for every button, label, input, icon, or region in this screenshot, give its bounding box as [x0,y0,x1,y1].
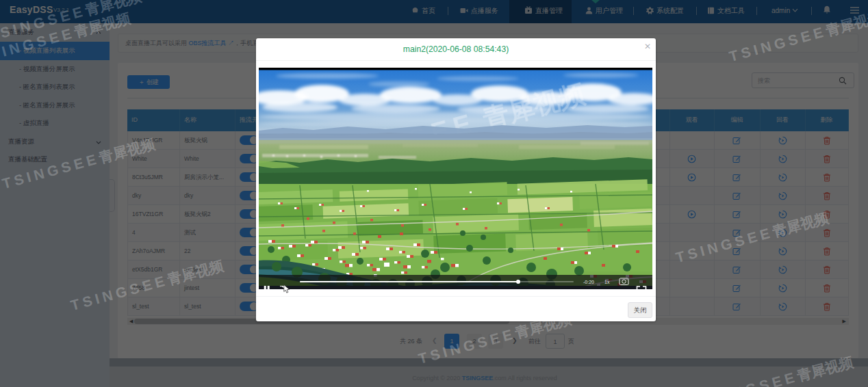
svg-text:-0:20: -0:20 [583,280,594,284]
svg-text:1x: 1x [604,280,610,284]
